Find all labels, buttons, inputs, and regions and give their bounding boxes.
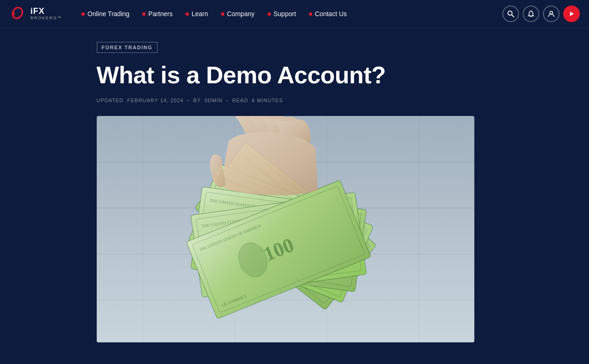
logo-brokers-text: BROKERS™ (30, 16, 62, 21)
nav-item-online-trading[interactable]: Online Trading (76, 6, 135, 21)
nav-label-company: Company (227, 10, 255, 17)
svg-point-4 (550, 12, 553, 14)
category-tag[interactable]: FOREX TRADING (97, 42, 158, 53)
nav-label-support: Support (274, 10, 296, 17)
meta-date: FEBRUARY 14, 2024 (127, 98, 183, 103)
notifications-button[interactable] (523, 6, 539, 22)
logo-link[interactable]: iFX BROKERS™ (9, 5, 62, 23)
nav-label-partners: Partners (148, 10, 173, 17)
nav-item-company[interactable]: Company (216, 6, 260, 21)
nav-actions (502, 6, 580, 22)
nav-item-contact-us[interactable]: Contact Us (303, 6, 352, 21)
nav-item-support[interactable]: Support (262, 6, 302, 21)
logo-icon (9, 5, 27, 23)
play-button[interactable] (563, 6, 580, 22)
meta-author: 0DMIN (204, 98, 222, 103)
logo-ifx-text: iFX (30, 7, 62, 16)
search-icon (507, 10, 514, 17)
article-featured-image: 100 THE UNITED STATES OF AMERICA LB 3199… (97, 116, 474, 342)
nav-dot-support (268, 12, 271, 16)
nav-label-contact-us: Contact Us (315, 10, 347, 17)
logo-text: iFX BROKERS™ (30, 7, 62, 21)
bell-icon (527, 10, 535, 17)
meta-separator-1: • (187, 98, 190, 103)
account-button[interactable] (543, 6, 560, 22)
svg-line-3 (512, 15, 514, 17)
nav-dot-online-trading (82, 12, 85, 16)
meta-updated-label: UPDATED (97, 98, 124, 103)
nav-item-learn[interactable]: Learn (180, 6, 214, 21)
search-button[interactable] (502, 6, 519, 22)
nav-dot-contact-us (309, 12, 312, 16)
meta-by-label: BY (193, 98, 201, 103)
nav-item-partners[interactable]: Partners (137, 6, 178, 21)
svg-marker-5 (570, 12, 574, 16)
nav-label-online-trading: Online Trading (87, 10, 129, 17)
nav-dot-learn (186, 12, 189, 16)
navbar: iFX BROKERS™ Online Trading Partners Lea… (0, 0, 589, 28)
play-icon (568, 11, 575, 17)
nav-links: Online Trading Partners Learn Company Su… (76, 6, 502, 21)
money-image-svg: 100 THE UNITED STATES OF AMERICA LB 3199… (97, 116, 474, 342)
meta-read-label: READ (232, 98, 248, 103)
article-title: What is a Demo Account? (97, 62, 493, 88)
user-icon (548, 10, 555, 17)
nav-label-learn: Learn (192, 10, 208, 17)
nav-dot-partners (142, 12, 146, 16)
meta-separator-2: • (226, 98, 228, 103)
nav-dot-company (221, 12, 224, 16)
article-meta: UPDATED FEBRUARY 14, 2024 • BY 0DMIN • R… (97, 98, 493, 103)
main-content: FOREX TRADING What is a Demo Account? UP… (87, 28, 502, 361)
meta-read-time: 6 MINUTES (252, 98, 283, 103)
